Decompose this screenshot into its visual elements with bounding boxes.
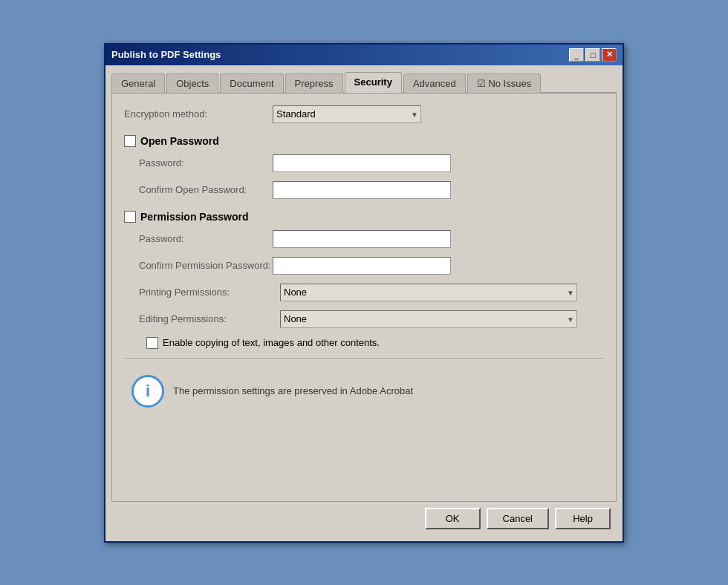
tab-objects[interactable]: Objects <box>166 73 218 93</box>
enable-copying-checkbox[interactable] <box>146 337 158 349</box>
confirm-permission-password-input[interactable] <box>273 257 451 275</box>
encryption-method-select[interactable]: Standard <box>273 105 421 123</box>
enable-copying-row: Enable copying of text, images and other… <box>124 337 604 349</box>
info-icon: i <box>131 375 164 408</box>
tab-document[interactable]: Document <box>220 73 283 93</box>
encryption-method-label: Encryption method: <box>124 108 273 120</box>
info-text: The permission settings are preserved in… <box>173 385 413 396</box>
open-password-checkbox[interactable] <box>124 135 136 147</box>
printing-permissions-label: Printing Permissions: <box>124 287 280 298</box>
printing-permissions-select[interactable]: None <box>280 284 577 301</box>
encryption-select-wrapper: Standard <box>273 105 421 123</box>
tab-no-issues[interactable]: ☑ No Issues <box>467 73 541 93</box>
divider <box>124 358 604 359</box>
permission-password-checkbox[interactable] <box>124 211 136 223</box>
checkmark-icon: ☑ <box>477 78 486 89</box>
info-box: i The permission settings are preserved … <box>124 367 604 415</box>
password-label-2: Password: <box>124 233 273 244</box>
open-password-label: Open Password <box>140 135 219 147</box>
button-row: OK Cancel Help <box>111 502 617 535</box>
main-window: Publish to PDF Settings _ □ ✕ General Ob… <box>104 43 624 543</box>
encryption-method-row: Encryption method: Standard <box>124 105 604 123</box>
cancel-button[interactable]: Cancel <box>487 508 549 529</box>
close-button[interactable]: ✕ <box>602 48 617 62</box>
title-bar: Publish to PDF Settings _ □ ✕ <box>105 45 623 65</box>
password-row-2: Password: <box>124 230 604 248</box>
window-body: General Objects Document Prepress Securi… <box>105 65 623 541</box>
printing-permissions-row: Printing Permissions: None <box>124 284 604 301</box>
open-password-row: Open Password <box>124 135 604 147</box>
tab-bar: General Objects Document Prepress Securi… <box>111 71 617 94</box>
tab-advanced[interactable]: Advanced <box>403 73 466 93</box>
confirm-open-password-label: Confirm Open Password: <box>124 184 273 195</box>
permission-password-row: Permission Password <box>124 211 604 223</box>
maximize-button[interactable]: □ <box>585 48 600 62</box>
tab-content-security: Encryption method: Standard Open Passwor… <box>111 94 617 502</box>
confirm-permission-password-row: Confirm Permission Password: <box>124 257 604 275</box>
tab-security[interactable]: Security <box>345 72 402 93</box>
editing-permissions-select-wrapper: None <box>280 310 577 328</box>
title-bar-controls: _ □ ✕ <box>569 48 617 62</box>
printing-permissions-select-wrapper: None <box>280 284 577 301</box>
permission-password-input[interactable] <box>273 230 451 248</box>
open-password-input[interactable] <box>273 154 451 172</box>
window-title: Publish to PDF Settings <box>111 49 221 60</box>
password-label-1: Password: <box>124 157 273 169</box>
editing-permissions-select[interactable]: None <box>280 310 577 328</box>
editing-permissions-row: Editing Permissions: None <box>124 310 604 328</box>
permission-password-label: Permission Password <box>140 211 249 223</box>
minimize-button[interactable]: _ <box>569 48 584 62</box>
tab-prepress[interactable]: Prepress <box>285 73 343 93</box>
password-row-1: Password: <box>124 154 604 172</box>
confirm-permission-password-label: Confirm Permission Password: <box>124 260 273 271</box>
ok-button[interactable]: OK <box>425 508 481 529</box>
tab-general[interactable]: General <box>111 73 165 93</box>
enable-copying-label: Enable copying of text, images and other… <box>163 337 380 348</box>
confirm-open-password-input[interactable] <box>273 181 451 199</box>
help-button[interactable]: Help <box>555 508 611 529</box>
confirm-open-password-row: Confirm Open Password: <box>124 181 604 199</box>
editing-permissions-label: Editing Permissions: <box>124 313 280 324</box>
